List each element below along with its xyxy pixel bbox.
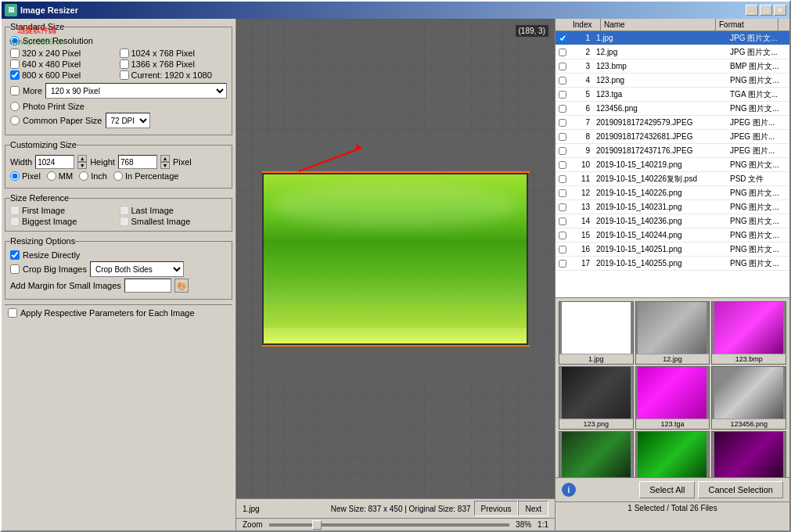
- prev-button[interactable]: Previous: [474, 501, 519, 516]
- row-check[interactable]: [555, 232, 570, 239]
- row-check[interactable]: [555, 77, 570, 84]
- row-check[interactable]: [555, 105, 570, 113]
- screen-resolution-radio[interactable]: Screen Resolution: [10, 36, 227, 45]
- row-check[interactable]: [555, 63, 570, 70]
- unit-mm-radio[interactable]: [47, 171, 56, 181]
- thumbnail[interactable]: 2019...: [711, 431, 786, 477]
- width-down[interactable]: ▼: [77, 162, 87, 169]
- pixel-option-320[interactable]: 320 x 240 Pixel: [10, 49, 118, 58]
- unit-pixel[interactable]: Pixel: [10, 171, 41, 181]
- unit-mm[interactable]: MM: [47, 171, 73, 181]
- ref-first[interactable]: First Image: [10, 206, 118, 215]
- crop-dropdown[interactable]: Crop Both Sides Crop Left Side Crop Righ…: [90, 261, 184, 277]
- table-row[interactable]: 8 20190918172432681.JPEG JPEG 图片...: [555, 130, 789, 144]
- row-check[interactable]: [555, 260, 570, 268]
- height-up[interactable]: ▲: [160, 155, 170, 162]
- row-check[interactable]: [555, 91, 570, 99]
- thumbnail[interactable]: 1.jpg: [559, 301, 634, 365]
- ref-smallest[interactable]: Smallest Image: [120, 217, 228, 226]
- unit-percent-radio[interactable]: [113, 171, 123, 181]
- ref-last[interactable]: Last Image: [120, 206, 228, 215]
- photo-print-radio[interactable]: Photo Print Size: [10, 102, 227, 111]
- table-row[interactable]: 9 20190918172437176.JPEG JPEG 图片...: [555, 144, 789, 158]
- unit-pixel-radio[interactable]: [10, 171, 20, 181]
- unit-inch[interactable]: Inch: [79, 171, 107, 181]
- select-all-button[interactable]: Select All: [639, 481, 695, 498]
- table-row[interactable]: 5 123.tga TGA 图片文...: [555, 88, 789, 102]
- height-down[interactable]: ▼: [160, 162, 170, 169]
- common-paper-radio[interactable]: Common Paper Size 72 DPI 96 DPI: [10, 113, 227, 128]
- table-row[interactable]: 1 1.jpg JPG 图片文...: [555, 31, 789, 45]
- row-check[interactable]: [555, 246, 570, 253]
- row-check[interactable]: [555, 217, 570, 225]
- name-col-header[interactable]: Name: [601, 19, 716, 31]
- table-row[interactable]: 7 20190918172429579.JPEG JPEG 图片...: [555, 116, 789, 130]
- screen-resolution-input[interactable]: [10, 36, 20, 45]
- thumbnail[interactable]: 123456.png: [711, 366, 786, 430]
- pixel-1024-check[interactable]: [120, 49, 129, 58]
- height-input[interactable]: [118, 155, 157, 169]
- table-row[interactable]: 10 2019-10-15_140219.png PNG 图片文...: [555, 158, 789, 172]
- row-check[interactable]: [555, 175, 570, 183]
- photo-print-input[interactable]: [10, 102, 20, 111]
- format-col-header[interactable]: Format: [716, 19, 778, 31]
- margin-color-btn[interactable]: 🎨: [174, 279, 189, 293]
- row-check[interactable]: [555, 161, 570, 169]
- table-row[interactable]: 4 123.png PNG 图片文...: [555, 74, 789, 88]
- unit-percent[interactable]: In Percentage: [113, 171, 179, 181]
- thumbnail[interactable]: 2019...: [635, 431, 710, 477]
- apply-each-check[interactable]: [8, 308, 17, 318]
- thumbnail[interactable]: 123.png: [559, 366, 634, 430]
- width-up[interactable]: ▲: [77, 155, 87, 162]
- table-row[interactable]: 15 2019-10-15_140244.png PNG 图片文...: [555, 228, 789, 243]
- table-row[interactable]: 2 12.jpg JPG 图片文...: [555, 45, 789, 59]
- table-row[interactable]: 3 123.bmp BMP 图片文...: [555, 59, 789, 74]
- cancel-selection-button[interactable]: Cancel Selection: [698, 481, 783, 498]
- index-col-header[interactable]: Index: [570, 19, 601, 31]
- row-check[interactable]: [555, 34, 570, 42]
- pixel-800-check[interactable]: [10, 70, 20, 80]
- pixel-1366-check[interactable]: [120, 59, 129, 69]
- table-row[interactable]: 13 2019-10-15_140231.png PNG 图片文...: [555, 200, 789, 214]
- table-row[interactable]: 6 123456.png PNG 图片文...: [555, 102, 789, 116]
- maximize-button[interactable]: □: [760, 5, 772, 16]
- table-row[interactable]: 11 2019-10-15_140226复制.psd PSD 文件: [555, 172, 789, 186]
- row-check[interactable]: [555, 119, 570, 127]
- table-row[interactable]: 16 2019-10-15_140251.png PNG 图片文...: [555, 243, 789, 257]
- row-check[interactable]: [555, 133, 570, 141]
- pixel-option-1024[interactable]: 1024 x 768 Pixel: [120, 49, 228, 58]
- pixel-option-640[interactable]: 640 x 480 Pixel: [10, 59, 118, 69]
- pixel-320-check[interactable]: [10, 49, 20, 58]
- pixel-current-check[interactable]: [120, 70, 129, 80]
- ref-biggest[interactable]: Biggest Image: [10, 217, 118, 226]
- close-button[interactable]: ✕: [774, 5, 786, 16]
- minimize-button[interactable]: _: [746, 5, 758, 16]
- pixel-option-800[interactable]: 800 x 600 Pixel: [10, 70, 118, 80]
- table-row[interactable]: 17 2019-10-15_140255.png PNG 图片文...: [555, 257, 789, 271]
- pixel-option-1366[interactable]: 1366 x 768 Pixel: [120, 59, 228, 69]
- zoom-slider[interactable]: [269, 523, 510, 527]
- row-check[interactable]: [555, 189, 570, 197]
- table-row[interactable]: 14 2019-10-15_140236.png PNG 图片文...: [555, 214, 789, 228]
- crop-big-check[interactable]: [10, 264, 20, 274]
- thumbnail[interactable]: 12.jpg: [635, 301, 710, 365]
- next-button[interactable]: Next: [518, 501, 548, 516]
- thumbnail[interactable]: 123.bmp: [711, 301, 786, 365]
- common-paper-input[interactable]: [10, 116, 20, 125]
- width-input[interactable]: [35, 155, 74, 169]
- row-check[interactable]: [555, 49, 570, 56]
- resize-directly-check[interactable]: [10, 250, 20, 260]
- margin-input[interactable]: [124, 279, 171, 293]
- table-row[interactable]: 12 2019-10-15_140226.png PNG 图片文...: [555, 186, 789, 200]
- pixel-option-current[interactable]: Current: 1920 x 1080: [120, 70, 228, 80]
- row-check[interactable]: [555, 203, 570, 211]
- dpi-select[interactable]: 72 DPI 96 DPI: [106, 113, 150, 128]
- pixel-640-check[interactable]: [10, 59, 20, 69]
- thumbnail[interactable]: 123.tga: [635, 366, 710, 430]
- unit-inch-radio[interactable]: [79, 171, 88, 181]
- thumbnail[interactable]: 2019...: [559, 431, 634, 477]
- more-dropdown[interactable]: 120 x 90 Pixel: [45, 83, 227, 99]
- more-checkbox[interactable]: [10, 86, 20, 95]
- info-icon[interactable]: i: [562, 483, 576, 497]
- file-list[interactable]: 1 1.jpg JPG 图片文... 2 12.jpg JPG 图片文... 3…: [555, 31, 789, 297]
